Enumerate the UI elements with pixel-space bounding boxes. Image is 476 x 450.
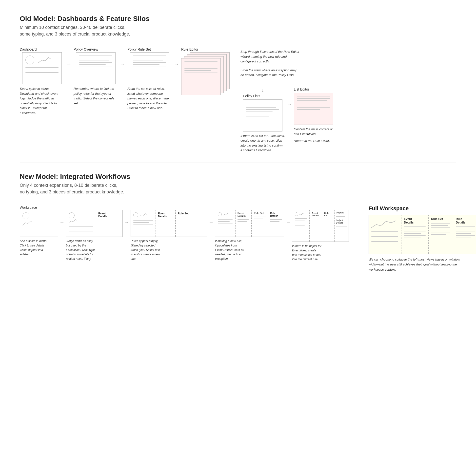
chart-2 (69, 218, 77, 224)
rule-set-caption: From the set's list of rules, listed wha… (127, 86, 172, 111)
chart-icon (38, 56, 51, 64)
ws-screen-5: EventDetails Rule Set Objects (292, 210, 349, 242)
ws-caption-5: If there is no object for Executives, cr… (292, 244, 322, 262)
policy-overview-screen (76, 52, 116, 84)
ws-arrow-4: → (284, 220, 292, 225)
policy-lists-block: ↓ Policy Lists (240, 87, 285, 153)
chart-icon-sm (22, 219, 32, 226)
ws-objects-5: Objects ObjectDetails (334, 210, 349, 242)
ws-screen-4: EventDetails Rule Set RuleDetails (215, 210, 284, 237)
rule-editor-stacked (181, 52, 231, 102)
rule-editor-right: Step through 5 screens of the Rule Edito… (240, 47, 338, 153)
dashboard-caption: See a spike in alerts. Download and chec… (20, 86, 64, 115)
rule-editor-caption1: Step through 5 screens of the Rule Edito… (240, 49, 300, 64)
rule-set-screen (130, 52, 169, 84)
ws-caption-2: Judge traffic as risky, but used by the … (66, 239, 96, 261)
full-workspace-section: Full Workspace EventDetails (369, 205, 476, 272)
dashboard-icon-area (25, 56, 59, 64)
list-editor-label: List Editor (294, 87, 309, 91)
list-editor-block: List Editor Confirm the list is corre (294, 87, 338, 143)
new-model-ws-row: See a spike in alerts. Click to see deta… (20, 210, 349, 262)
fws-rule-details: RuleDetails (453, 215, 476, 254)
rule-set-label: Policy Rule Set (127, 47, 151, 51)
ws-step-3: EventDetails Rule Set Rules appear s (131, 210, 207, 261)
stacked-1 (181, 58, 221, 95)
list-editor-caption1: Confirm the list is correct or add Execu… (294, 127, 338, 136)
icon-area-2 (69, 212, 93, 225)
ws-step-1: See a spike in alerts. Click to see deta… (20, 210, 58, 257)
ws-step-4: EventDetails Rule Set RuleDetails (215, 210, 284, 261)
full-ws-caption: We can choose to collapse the left-most … (369, 257, 462, 272)
old-model-flow: Dashboard See a spike in alerts. Downloa… (20, 47, 456, 153)
policy-overview-label: Policy Overview (74, 47, 98, 51)
circle-icon (25, 56, 34, 64)
ws-main-5 (292, 210, 309, 242)
ws-step-5: EventDetails Rule Set Objects (292, 210, 349, 262)
rule-editor-caption2: From the view where an exception may be … (240, 68, 300, 77)
ws-dashboard-screen (20, 210, 58, 237)
ws-caption-4: If making a new rule, it populates from … (215, 239, 245, 261)
list-editor-caption2: Return to the Rule Editor. (294, 138, 330, 143)
event-details-label: EventDetails (98, 212, 116, 218)
list-editor-screen (294, 93, 333, 125)
sub-flow-row: ↓ Policy Lists (240, 87, 338, 153)
ws-screen-3: EventDetails Rule Set (131, 210, 207, 237)
arrow-3: → (172, 61, 181, 67)
new-model-title: New Model: Integrated Workflows (20, 173, 456, 181)
arrow-1: → (64, 61, 74, 67)
new-model-subtitle: Only 4 context expansions, 8-10 delibera… (20, 182, 456, 195)
ws-event-5: EventDetails (309, 210, 322, 242)
dashboard-screen (22, 52, 62, 84)
policy-lists-screen (243, 99, 282, 131)
ws-rule-set-3: Rule Set (175, 210, 195, 237)
ws-event-details: EventDetails (96, 210, 118, 237)
ws-main-2 (66, 210, 96, 237)
old-model-subtitle: Minimum 10 context changes, 30-40 delibe… (20, 24, 456, 38)
section-divider (20, 163, 456, 163)
full-ws-mockup: EventDetails Rule Set (369, 215, 476, 254)
ws-caption-1: See a spike in alerts. Click to see deta… (20, 239, 49, 257)
ws-arrow-3: → (207, 220, 215, 225)
policy-overview-caption: Remember where to find the policy rules … (74, 86, 118, 106)
arrow-4: → (285, 102, 294, 107)
fws-left (369, 215, 401, 254)
ws-ruleset-5: Rule Set (322, 210, 334, 242)
new-model-section: New Model: Integrated Workflows Only 4 c… (20, 173, 456, 272)
ws-main-4 (215, 210, 235, 237)
ws-event-4: EventDetails (235, 210, 251, 237)
arrow-2: → (118, 61, 127, 67)
flow-step-rule-editor: Rule Editor (181, 47, 231, 102)
fws-event-details: EventDetails (401, 215, 428, 254)
rule-editor-row: Rule Editor (181, 47, 338, 153)
ws-ruleset-4: Rule Set (251, 210, 268, 237)
policy-lists-label: Policy Lists (243, 94, 260, 98)
arrow-down: ↓ (261, 87, 264, 93)
objects-label: Objects (336, 211, 347, 214)
circle-icon-sm (22, 212, 29, 219)
icon-area (22, 212, 55, 227)
ws-rule-details-4: RuleDetails (268, 210, 284, 237)
rule-editor-area: Rule Editor (181, 47, 338, 153)
fws-rule-set: Rule Set (428, 215, 453, 254)
ws-caption-3: Rules appear simply, filtered by selecte… (131, 239, 160, 261)
dashboard-label: Dashboard (20, 47, 37, 51)
line2 (25, 70, 52, 70)
circle-2 (69, 212, 75, 218)
full-ws-title: Full Workspace (369, 205, 476, 212)
ws-screen-2: EventDetails (66, 210, 123, 237)
ws-main-3 (131, 210, 156, 237)
flow-step-rule-set: Policy Rule Set From the set's list of r… (127, 47, 172, 111)
ws-event-details-3: EventDetails (156, 210, 175, 237)
old-model-title: Old Model: Dashboards & Feature Silos (20, 15, 456, 23)
line1 (25, 67, 59, 68)
old-model-section: Old Model: Dashboards & Feature Silos Mi… (20, 15, 456, 153)
line4 (25, 75, 49, 75)
line3 (25, 72, 59, 73)
ws-arrow-1: → (58, 220, 66, 225)
flow-step-dashboard: Dashboard See a spike in alerts. Downloa… (20, 47, 64, 115)
flow-step-policy-overview: Policy Overview Remember where to find t… (74, 47, 118, 106)
ws-step-2: EventDetails Judge traffic as risky, but… (66, 210, 123, 261)
workspace-flow-area: Workspace (20, 205, 349, 262)
fws-chart (371, 218, 396, 229)
workspace-label: Workspace (20, 206, 37, 209)
